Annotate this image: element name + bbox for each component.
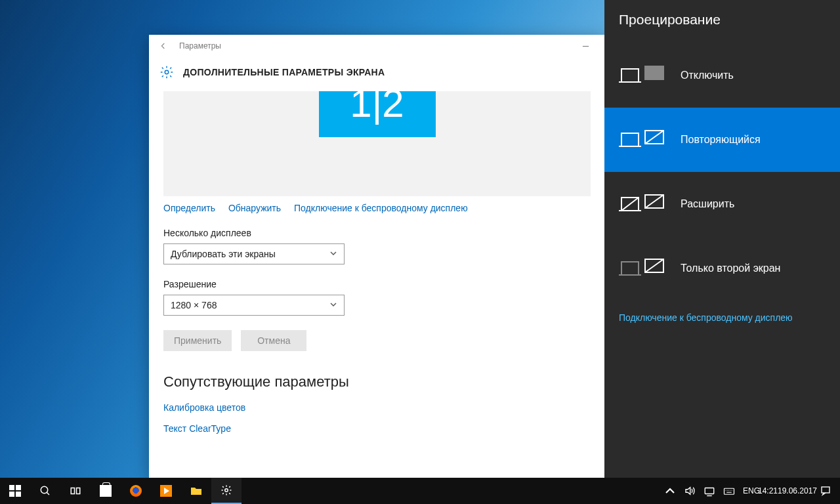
wireless-display-link[interactable]: Подключение к беспроводному дисплею <box>294 203 468 213</box>
related-links: Калибровка цветов Текст ClearType <box>163 402 591 434</box>
svg-rect-6 <box>16 492 21 497</box>
svg-rect-0 <box>582 46 588 47</box>
window-title: Параметры <box>179 41 221 51</box>
project-panel: Проецирование Отключить Повторяющийся <box>604 0 840 478</box>
firefox-app[interactable] <box>121 478 151 504</box>
extend-icon <box>619 188 666 220</box>
svg-rect-9 <box>77 488 80 494</box>
settings-window: Параметры ДОПОЛНИТЕЛЬНЫЕ ПАРАМЕТРЫ ЭКРАН… <box>149 35 605 478</box>
second-screen-only-icon <box>619 253 666 284</box>
cancel-button[interactable]: Отмена <box>241 330 306 351</box>
svg-point-7 <box>41 486 48 494</box>
display-preview[interactable]: 1|2 <box>163 91 591 196</box>
chevron-down-icon <box>329 249 337 259</box>
media-player-app[interactable] <box>151 478 181 504</box>
keyboard-icon[interactable] <box>719 478 739 504</box>
project-option-second-only[interactable]: Только второй экран <box>604 236 840 301</box>
duplicate-icon <box>619 124 666 156</box>
minimize-button[interactable] <box>571 37 600 55</box>
svg-rect-3 <box>9 485 14 490</box>
start-button[interactable] <box>0 478 30 504</box>
file-explorer-app[interactable] <box>181 478 211 504</box>
display-action-links: Определить Обнаружить Подключение к бесп… <box>163 203 591 213</box>
project-option-disconnect[interactable]: Отключить <box>604 43 840 108</box>
multiple-displays-value: Дублировать эти экраны <box>171 249 276 259</box>
svg-rect-13 <box>705 488 714 494</box>
titlebar: Параметры <box>149 35 605 57</box>
project-option-label: Отключить <box>681 70 734 81</box>
resolution-select[interactable]: 840 × 504 <box>163 295 345 316</box>
svg-rect-8 <box>71 488 74 494</box>
multiple-displays-label: Несколько дисплеев <box>163 228 591 238</box>
project-option-label: Повторяющийся <box>681 134 761 146</box>
gear-icon <box>220 484 232 496</box>
network-icon[interactable] <box>700 478 719 504</box>
cleartype-link[interactable]: Текст ClearType <box>163 423 591 434</box>
color-calibration-link[interactable]: Калибровка цветов <box>163 402 591 413</box>
project-option-extend[interactable]: Расширить <box>604 172 840 236</box>
project-title: Проецирование <box>604 0 840 43</box>
svg-rect-5 <box>9 492 14 497</box>
svg-rect-14 <box>724 488 734 494</box>
clock[interactable]: 14:21 19.06.2017 <box>764 478 811 504</box>
taskbar: ENG 14:21 19.06.2017 <box>0 478 840 504</box>
back-button[interactable] <box>154 37 173 55</box>
settings-app[interactable] <box>211 478 242 504</box>
apply-button[interactable]: Применить <box>163 330 232 351</box>
desktop: ∞ VIARUM Параметры ДОПОЛНИТЕЛЬНЫЕ ПАРАМЕ… <box>0 0 840 504</box>
project-wireless-link[interactable]: Подключение к беспроводному дисплею <box>604 301 840 335</box>
display-preview-screen[interactable]: 1|2 <box>319 91 436 137</box>
chevron-down-icon <box>329 301 337 310</box>
apply-cancel-row: Применить Отмена <box>163 330 591 351</box>
volume-icon[interactable] <box>680 478 700 504</box>
store-app[interactable] <box>91 478 121 504</box>
resolution-value: 840 × 504 <box>171 300 217 310</box>
related-heading: Сопутствующие параметры <box>163 373 591 390</box>
action-center-icon[interactable] <box>811 478 840 504</box>
tray-chevron-up-icon[interactable] <box>660 478 680 504</box>
svg-rect-15 <box>822 487 830 493</box>
media-player-icon <box>160 485 172 497</box>
clock-time: 14:21 <box>758 486 778 495</box>
detect-link[interactable]: Обнаружить <box>228 203 281 213</box>
project-option-duplicate[interactable]: Повторяющийся <box>604 108 840 172</box>
page-title: ДОПОЛНИТЕЛЬНЫЕ ПАРАМЕТРЫ ЭКРАНА <box>183 67 385 77</box>
folder-icon <box>190 485 202 497</box>
resolution-label: Разрешение <box>163 279 591 289</box>
page-header: ДОПОЛНИТЕЛЬНЫЕ ПАРАМЕТРЫ ЭКРАНА <box>149 57 605 91</box>
svg-point-12 <box>225 489 228 492</box>
settings-content: 1|2 Определить Обнаружить Подключение к … <box>149 91 605 457</box>
svg-point-1 <box>165 70 169 74</box>
firefox-icon <box>130 485 142 497</box>
svg-rect-4 <box>16 485 21 490</box>
store-icon <box>100 485 112 497</box>
identify-link[interactable]: Определить <box>163 203 215 213</box>
gear-icon <box>159 65 174 79</box>
multiple-displays-select[interactable]: Дублировать эти экраны <box>163 243 345 264</box>
search-button[interactable] <box>30 478 60 504</box>
svg-rect-2 <box>645 66 663 79</box>
task-view-button[interactable] <box>60 478 91 504</box>
project-option-label: Расширить <box>681 198 734 210</box>
project-option-label: Только второй экран <box>681 262 780 274</box>
system-tray: ENG 14:21 19.06.2017 <box>660 478 840 504</box>
pc-screen-only-icon <box>619 60 666 91</box>
